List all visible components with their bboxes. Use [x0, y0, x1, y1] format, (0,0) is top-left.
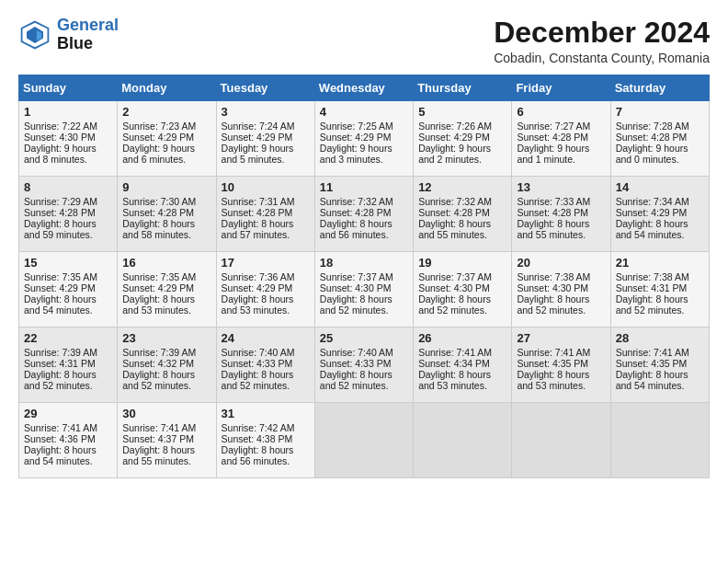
- day-info-line: Sunset: 4:35 PM: [616, 358, 704, 369]
- calendar-cell: 3Sunrise: 7:24 AMSunset: 4:29 PMDaylight…: [216, 101, 314, 177]
- day-number: 3: [222, 105, 310, 119]
- calendar-cell: 9Sunrise: 7:30 AMSunset: 4:28 PMDaylight…: [118, 177, 216, 252]
- day-info-line: Sunset: 4:29 PM: [122, 282, 210, 293]
- day-number: 18: [320, 256, 408, 270]
- day-info-line: Sunset: 4:33 PM: [320, 358, 408, 369]
- day-info-line: Daylight: 9 hours: [24, 143, 112, 154]
- day-number: 12: [418, 180, 506, 194]
- column-header-wednesday: Wednesday: [314, 75, 413, 101]
- header: General Blue December 2024 Cobadin, Cons…: [18, 17, 710, 65]
- calendar-cell: 12Sunrise: 7:32 AMSunset: 4:28 PMDayligh…: [414, 177, 512, 252]
- day-number: 4: [320, 105, 408, 119]
- calendar-cell: 25Sunrise: 7:40 AMSunset: 4:33 PMDayligh…: [314, 327, 413, 403]
- calendar-cell: 22Sunrise: 7:39 AMSunset: 4:31 PMDayligh…: [19, 327, 118, 403]
- day-info-line: and 59 minutes.: [24, 229, 112, 240]
- calendar-cell: 30Sunrise: 7:41 AMSunset: 4:37 PMDayligh…: [118, 403, 216, 478]
- week-row-5: 29Sunrise: 7:41 AMSunset: 4:36 PMDayligh…: [19, 403, 710, 478]
- day-info-line: Sunset: 4:29 PM: [418, 132, 506, 143]
- column-header-thursday: Thursday: [414, 75, 512, 101]
- day-info-line: Sunset: 4:36 PM: [24, 433, 112, 444]
- day-info-line: Sunrise: 7:23 AM: [122, 121, 210, 132]
- day-info-line: Sunrise: 7:39 AM: [24, 347, 112, 358]
- calendar-cell: [610, 403, 709, 478]
- day-info-line: Sunset: 4:28 PM: [616, 132, 704, 143]
- day-info-line: Daylight: 8 hours: [122, 369, 210, 380]
- day-info-line: Daylight: 8 hours: [122, 293, 210, 304]
- calendar-cell: 13Sunrise: 7:33 AMSunset: 4:28 PMDayligh…: [512, 177, 610, 252]
- day-info-line: Daylight: 8 hours: [320, 218, 408, 229]
- day-info-line: Sunset: 4:28 PM: [122, 207, 210, 218]
- day-number: 6: [517, 105, 605, 119]
- day-info-line: Sunrise: 7:41 AM: [24, 422, 112, 433]
- day-info-line: and 55 minutes.: [517, 229, 605, 240]
- column-header-friday: Friday: [512, 75, 610, 101]
- calendar-cell: 17Sunrise: 7:36 AMSunset: 4:29 PMDayligh…: [216, 252, 314, 327]
- day-info-line: Sunrise: 7:42 AM: [222, 422, 310, 433]
- day-info-line: and 54 minutes.: [616, 229, 704, 240]
- day-info-line: Sunrise: 7:40 AM: [222, 347, 310, 358]
- day-info-line: and 53 minutes.: [418, 380, 506, 391]
- calendar-cell: 21Sunrise: 7:38 AMSunset: 4:31 PMDayligh…: [610, 252, 709, 327]
- day-info-line: Sunrise: 7:29 AM: [24, 196, 112, 207]
- day-info-line: and 52 minutes.: [517, 304, 605, 316]
- title-block: December 2024 Cobadin, Constanta County,…: [494, 17, 710, 65]
- day-info-line: and 54 minutes.: [616, 380, 704, 391]
- day-info-line: Sunrise: 7:38 AM: [517, 271, 605, 282]
- day-number: 26: [418, 331, 506, 345]
- day-info-line: Sunrise: 7:31 AM: [222, 196, 310, 207]
- day-info-line: Sunrise: 7:36 AM: [222, 271, 310, 282]
- day-number: 8: [24, 180, 112, 194]
- day-info-line: Daylight: 9 hours: [320, 143, 408, 154]
- day-number: 1: [24, 105, 112, 119]
- calendar-body: 1Sunrise: 7:22 AMSunset: 4:30 PMDaylight…: [19, 101, 710, 478]
- calendar-cell: [414, 403, 512, 478]
- day-info-line: Sunrise: 7:40 AM: [320, 347, 408, 358]
- column-header-saturday: Saturday: [610, 75, 709, 101]
- day-info-line: and 8 minutes.: [24, 154, 112, 165]
- day-info-line: and 52 minutes.: [418, 304, 506, 316]
- day-number: 25: [320, 331, 408, 345]
- day-info-line: Sunset: 4:29 PM: [222, 132, 310, 143]
- day-number: 5: [418, 105, 506, 119]
- column-header-tuesday: Tuesday: [216, 75, 314, 101]
- day-info-line: and 53 minutes.: [222, 304, 310, 316]
- day-info-line: and 52 minutes.: [616, 304, 704, 316]
- day-info-line: Daylight: 9 hours: [222, 143, 310, 154]
- week-row-3: 15Sunrise: 7:35 AMSunset: 4:29 PMDayligh…: [19, 252, 710, 327]
- calendar-cell: 8Sunrise: 7:29 AMSunset: 4:28 PMDaylight…: [19, 177, 118, 252]
- day-info-line: Sunset: 4:29 PM: [320, 132, 408, 143]
- day-info-line: Sunset: 4:30 PM: [517, 282, 605, 293]
- day-number: 17: [222, 256, 310, 270]
- day-info-line: Sunset: 4:28 PM: [222, 207, 310, 218]
- day-info-line: Sunrise: 7:38 AM: [616, 271, 704, 282]
- day-number: 29: [24, 407, 112, 420]
- calendar-cell: 4Sunrise: 7:25 AMSunset: 4:29 PMDaylight…: [314, 101, 413, 177]
- day-info-line: Sunrise: 7:37 AM: [418, 271, 506, 282]
- day-info-line: Sunrise: 7:25 AM: [320, 121, 408, 132]
- day-info-line: Sunset: 4:28 PM: [24, 207, 112, 218]
- day-info-line: Sunset: 4:37 PM: [122, 433, 210, 444]
- day-number: 28: [616, 331, 704, 345]
- day-number: 23: [122, 331, 210, 345]
- day-info-line: and 55 minutes.: [122, 455, 210, 466]
- day-info-line: Sunset: 4:33 PM: [222, 358, 310, 369]
- day-info-line: Sunrise: 7:34 AM: [616, 196, 704, 207]
- day-info-line: and 52 minutes.: [122, 380, 210, 391]
- day-info-line: Daylight: 8 hours: [24, 218, 112, 229]
- day-info-line: Sunset: 4:30 PM: [24, 132, 112, 143]
- column-header-monday: Monday: [118, 75, 216, 101]
- day-info-line: Sunset: 4:31 PM: [24, 358, 112, 369]
- calendar-cell: 24Sunrise: 7:40 AMSunset: 4:33 PMDayligh…: [216, 327, 314, 403]
- day-info-line: Daylight: 8 hours: [320, 293, 408, 304]
- day-info-line: Daylight: 8 hours: [222, 218, 310, 229]
- day-number: 27: [517, 331, 605, 345]
- column-header-sunday: Sunday: [19, 75, 118, 101]
- day-info-line: and 52 minutes.: [222, 380, 310, 391]
- day-info-line: Sunrise: 7:41 AM: [122, 422, 210, 433]
- day-info-line: Sunset: 4:29 PM: [122, 132, 210, 143]
- calendar-cell: 2Sunrise: 7:23 AMSunset: 4:29 PMDaylight…: [118, 101, 216, 177]
- calendar-cell: 14Sunrise: 7:34 AMSunset: 4:29 PMDayligh…: [610, 177, 709, 252]
- day-info-line: Sunset: 4:28 PM: [517, 132, 605, 143]
- day-number: 11: [320, 180, 408, 194]
- day-info-line: and 52 minutes.: [24, 380, 112, 391]
